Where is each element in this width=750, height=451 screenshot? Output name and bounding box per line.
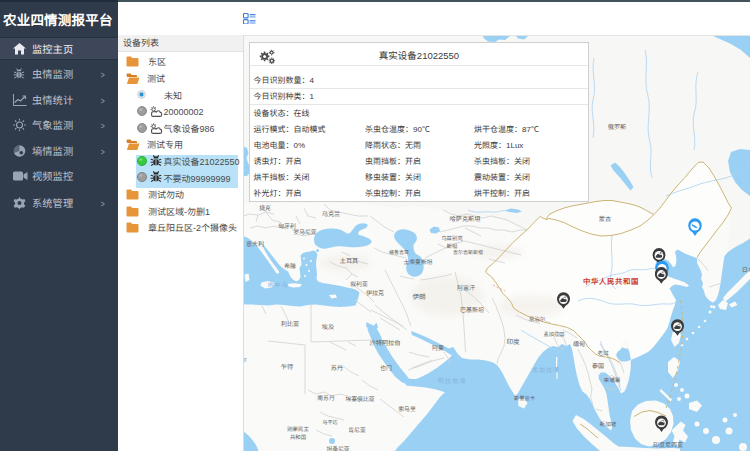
svg-text:尼泊尔: 尼泊尔	[529, 316, 546, 322]
svg-text:罗马尼亚: 罗马尼亚	[293, 229, 316, 235]
svg-text:肯尼亚: 肯尼亚	[348, 427, 366, 433]
svg-text:孟加拉国: 孟加拉国	[544, 331, 565, 337]
svg-text:共和国: 共和国	[290, 434, 306, 440]
svg-text:利比亚: 利比亚	[281, 320, 300, 327]
svg-text:捷克: 捷克	[259, 205, 271, 211]
svg-text:地中海: 地中海	[267, 281, 288, 288]
svg-text:南苏丹: 南苏丹	[317, 395, 335, 401]
svg-text:泰国: 泰国	[592, 362, 604, 369]
svg-text:乌克兰: 乌克兰	[322, 210, 341, 217]
svg-text:索马里: 索马里	[398, 406, 416, 412]
svg-text:阿富汗: 阿富汗	[457, 284, 475, 291]
svg-text:斯里兰卡: 斯里兰卡	[514, 395, 535, 401]
svg-text:俄罗斯: 俄罗斯	[608, 123, 627, 130]
svg-text:日本: 日本	[742, 266, 750, 273]
svg-text:叙利亚: 叙利亚	[350, 281, 368, 287]
svg-text:吉尔吉斯斯坦: 吉尔吉斯斯坦	[453, 249, 483, 255]
svg-text:也门: 也门	[380, 364, 392, 371]
svg-text:伊拉克: 伊拉克	[366, 289, 384, 296]
svg-text:新加坡: 新加坡	[600, 421, 617, 427]
svg-text:哈萨克斯坦: 哈萨克斯坦	[450, 215, 481, 222]
svg-text:土耳其: 土耳其	[340, 257, 359, 264]
svg-text:乍得: 乍得	[281, 363, 293, 370]
svg-text:印度尼西亚: 印度尼西亚	[653, 441, 683, 448]
svg-text:乌兹别克: 乌兹别克	[441, 235, 463, 241]
svg-text:埃及: 埃及	[322, 323, 334, 330]
svg-text:印度: 印度	[506, 338, 520, 345]
svg-text:缅甸: 缅甸	[573, 340, 585, 347]
svg-text:埃塞俄比亚: 埃塞俄比亚	[346, 396, 375, 402]
svg-text:匈牙利: 匈牙利	[278, 223, 296, 229]
svg-text:蒙古: 蒙古	[599, 215, 611, 222]
svg-text:乌干达: 乌干达	[322, 419, 338, 425]
svg-text:土库曼斯坦: 土库曼斯坦	[404, 259, 433, 265]
svg-text:意大利: 意大利	[246, 240, 264, 247]
svg-text:坦桑尼亚: 坦桑尼亚	[326, 446, 349, 451]
svg-text:中华人民共和国: 中华人民共和国	[583, 277, 639, 286]
svg-text:苏丹: 苏丹	[331, 364, 343, 371]
svg-text:希腊: 希腊	[284, 263, 296, 269]
svg-text:巴基斯坦: 巴基斯坦	[460, 306, 484, 313]
svg-text:伊朗: 伊朗	[412, 293, 426, 300]
svg-text:格鲁吉亚: 格鲁吉亚	[389, 249, 409, 255]
svg-text:柬埔寨: 柬埔寨	[604, 377, 621, 383]
svg-text:刚果民主: 刚果民主	[287, 426, 309, 432]
svg-text:老挝: 老挝	[597, 350, 609, 356]
svg-text:沙特阿拉伯: 沙特阿拉伯	[370, 339, 401, 346]
svg-text:阿曼: 阿曼	[432, 345, 444, 351]
svg-text:阿拉伯海: 阿拉伯海	[438, 377, 467, 384]
svg-text:孟加拉湾: 孟加拉湾	[532, 366, 560, 373]
svg-text:斯坦: 斯坦	[447, 243, 458, 249]
